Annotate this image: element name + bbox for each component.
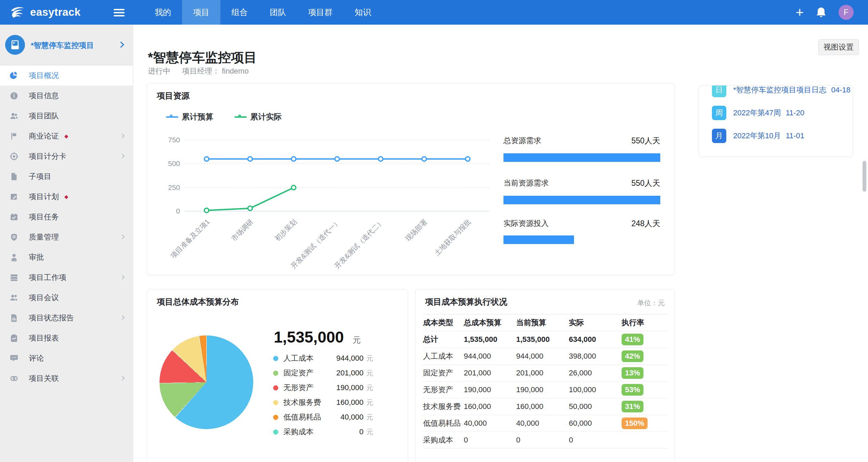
chevron-right-icon <box>120 275 125 280</box>
report-link[interactable]: 2022年第10月 <box>733 131 781 141</box>
sidebar-item-relation[interactable]: 项目关联 <box>0 368 133 388</box>
svg-text:0: 0 <box>176 207 180 215</box>
report-type-badge: 日 <box>712 85 726 97</box>
cost-table-cell: 100,000 <box>569 382 621 398</box>
statusreport-icon <box>10 313 18 322</box>
easytrack-logo[interactable]: easytrack <box>9 5 81 19</box>
sidebar-item-workitem[interactable]: 项目工作项 <box>0 267 133 287</box>
sidebar-item-subproject[interactable]: 子项目 <box>0 166 133 187</box>
pie-legend-row[interactable]: 固定资产201,000元 <box>273 369 373 377</box>
pie-legend-row[interactable]: 低值易耗品40,000元 <box>273 413 373 422</box>
svg-text:750: 750 <box>168 136 180 144</box>
topnav-item[interactable]: 知识 <box>344 0 382 25</box>
pie-total-value: 1,535,000 <box>274 328 344 346</box>
business-icon <box>10 132 18 141</box>
execution-rate-badge: 13% <box>622 367 643 379</box>
cost-table-cell: 201,000 <box>463 365 516 382</box>
sidebar-item-quality[interactable]: 质量管理 <box>0 227 133 247</box>
sidebar-item-team[interactable]: 项目团队 <box>0 106 133 126</box>
red-diamond-badge: ◆ <box>64 133 68 139</box>
sidebar-item-plan[interactable]: 项目计划◆ <box>0 187 133 207</box>
topnav-item[interactable]: 我的 <box>144 0 182 25</box>
notifications-icon[interactable] <box>816 7 826 18</box>
legend-label: 累计实际 <box>250 112 282 122</box>
pie-legend-row[interactable]: 人工成本944,000元 <box>273 354 373 363</box>
cost-table-rate-cell: 150% <box>621 415 668 432</box>
pie-legend-row[interactable]: 无形资产190,000元 <box>273 383 373 392</box>
sidebar-item-statusreport[interactable]: 项目状态报告 <box>0 308 133 328</box>
sidebar-item-task[interactable]: 项目任务 <box>0 207 133 227</box>
topnav-item[interactable]: 团队 <box>259 0 297 25</box>
red-diamond-badge: ◆ <box>64 194 68 200</box>
cost-table-cell: 190,000 <box>516 382 569 398</box>
cost-table-cell: 944,000 <box>516 348 569 365</box>
report-link[interactable]: 2022年第47周 <box>733 108 781 118</box>
vertical-scrollbar-thumb[interactable] <box>863 161 866 192</box>
topbar: easytrack 我的项目组合团队项目群知识 + F <box>0 0 868 25</box>
manager-row: 项目经理： findemo <box>182 66 248 76</box>
pie-legend-row[interactable]: 技术服务费160,000元 <box>273 398 373 407</box>
report-feed-item[interactable]: 月2022年第10月11-01 <box>712 129 853 143</box>
approval-icon <box>10 253 18 262</box>
quality-icon <box>10 233 18 242</box>
svg-text:初步策划: 初步策划 <box>273 218 298 242</box>
report-feed-card: 日*智慧停车监控项目项目日志04-18周2022年第47周11-20月2022年… <box>699 85 853 157</box>
topnav-item[interactable]: 项目 <box>182 0 220 25</box>
cost-table-row: 低值易耗品40,00040,00060,000150% <box>423 415 668 432</box>
topnav-item[interactable]: 组合 <box>220 0 259 25</box>
project-selector[interactable]: *智慧停车监控项目 <box>0 25 133 65</box>
cost-table: 成本类型总成本预算当前预算实际执行率 总计1,535,0001,535,0006… <box>423 314 668 449</box>
cost-table-row: 固定资产201,000201,00026,00013% <box>423 365 668 382</box>
menu-icon[interactable] <box>114 9 125 16</box>
sidebar-item-overview[interactable]: 项目概况 <box>0 65 133 86</box>
unit-label: 单位：元 <box>637 298 665 308</box>
pie-legend-unit: 元 <box>366 383 373 393</box>
sidebar-item-reportsheet[interactable]: 项目报表 <box>0 328 133 348</box>
chevron-right-icon <box>120 234 125 239</box>
cost-table-cell: 634,000 <box>569 331 621 348</box>
page-title: *智慧停车监控项目 <box>148 49 257 66</box>
view-settings-button[interactable]: 视图设置 <box>818 39 859 55</box>
sidebar-item-business[interactable]: 商业论证◆ <box>0 126 133 146</box>
cost-table-cell: 0 <box>516 432 569 449</box>
pie-legend-unit: 元 <box>366 354 373 363</box>
sidebar: *智慧停车监控项目 项目概况项目信息项目团队商业论证◆项目计分卡子项目项目计划◆… <box>0 25 133 462</box>
report-link[interactable]: *智慧停车监控项目项目日志 <box>733 85 827 95</box>
legend-dot-icon <box>273 371 278 376</box>
chevron-right-icon <box>118 41 124 48</box>
add-button[interactable]: + <box>796 5 804 19</box>
resource-stat-value: 550人天 <box>631 136 660 146</box>
report-type-badge: 周 <box>712 106 726 120</box>
resource-stat-value: 248人天 <box>631 218 660 229</box>
cost-table-row: 人工成本944,000944,000398,00042% <box>423 348 668 365</box>
pie-total-unit: 元 <box>353 335 361 345</box>
legend-dot-icon <box>273 356 278 361</box>
cost-table-cell: 人工成本 <box>423 348 463 365</box>
cost-table-rate-cell: 31% <box>621 398 668 415</box>
sidebar-item-scorecard[interactable]: 项目计分卡 <box>0 146 133 166</box>
execution-rate-badge: 41% <box>622 334 643 345</box>
pie-legend-row[interactable]: 采购成本0元 <box>273 427 373 436</box>
report-feed-item[interactable]: 日*智慧停车监控项目项目日志04-18 <box>712 85 853 97</box>
legend-item[interactable]: 累计实际 <box>234 112 282 122</box>
report-date: 11-01 <box>786 131 804 140</box>
logo-swoosh-icon <box>9 5 27 19</box>
cost-table-cell: 398,000 <box>569 348 621 365</box>
report-feed-item[interactable]: 周2022年第47周11-20 <box>712 106 853 120</box>
sidebar-item-label: 评论 <box>29 353 44 363</box>
sidebar-item-info[interactable]: 项目信息 <box>0 86 133 106</box>
topnav-item[interactable]: 项目群 <box>297 0 344 25</box>
pie-legend-unit: 元 <box>366 427 373 437</box>
pie-legend-label: 人工成本 <box>283 353 314 363</box>
reportsheet-icon <box>10 334 18 343</box>
user-avatar[interactable]: F <box>839 5 854 20</box>
sidebar-item-approval[interactable]: 审批 <box>0 247 133 267</box>
sidebar-menu: 项目概况项目信息项目团队商业论证◆项目计分卡子项目项目计划◆项目任务质量管理审批… <box>0 65 133 388</box>
legend-item[interactable]: 累计预算 <box>166 112 213 122</box>
sidebar-item-meeting[interactable]: 项目会议 <box>0 287 133 308</box>
sidebar-item-comment[interactable]: 评论 <box>0 348 133 368</box>
sidebar-item-label: 质量管理 <box>29 232 59 242</box>
subproject-icon <box>10 172 18 181</box>
pie-legend-unit: 元 <box>366 398 373 407</box>
manager-name: findemo <box>222 67 248 75</box>
